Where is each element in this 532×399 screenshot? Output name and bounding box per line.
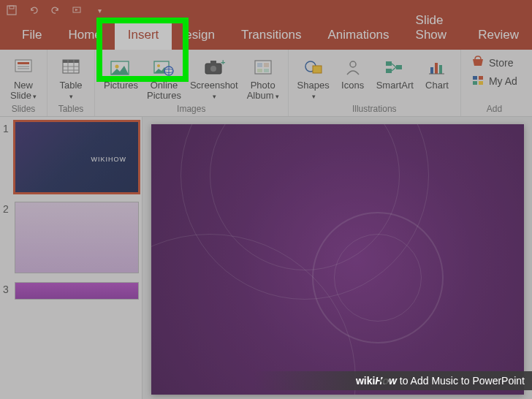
group-tables: Table▾ Tables bbox=[48, 50, 95, 116]
slide-editor[interactable] bbox=[142, 117, 532, 399]
icons-label: Icons bbox=[341, 80, 364, 91]
new-slide-button[interactable]: New Slide▾ bbox=[6, 53, 41, 104]
icons-button[interactable]: Icons bbox=[335, 53, 370, 104]
svg-rect-4 bbox=[18, 62, 29, 64]
photo-album-button[interactable]: Photo Album▾ bbox=[244, 53, 282, 104]
svg-text:+: + bbox=[221, 58, 225, 66]
new-slide-label: New Slide▾ bbox=[10, 80, 37, 102]
svg-rect-5 bbox=[18, 66, 29, 67]
chart-label: Chart bbox=[425, 80, 449, 91]
group-illustrations: Shapes▾ Icons SmartArt Chart Illustratio… bbox=[289, 50, 461, 116]
svg-rect-42 bbox=[479, 81, 483, 85]
tab-animations[interactable]: Animations bbox=[314, 20, 402, 50]
svg-rect-0 bbox=[7, 6, 16, 15]
main-slide bbox=[151, 124, 524, 395]
thumb-1[interactable]: 1 WIKIHOW bbox=[3, 121, 139, 193]
svg-rect-41 bbox=[473, 81, 477, 85]
photo-album-icon bbox=[251, 56, 275, 79]
svg-rect-27 bbox=[257, 69, 262, 72]
chart-button[interactable]: Chart bbox=[419, 53, 455, 104]
svg-rect-1 bbox=[10, 6, 14, 9]
thumb-preview-1: WIKIHOW bbox=[15, 121, 139, 193]
tab-transitions[interactable]: Transitions bbox=[228, 20, 315, 50]
svg-rect-34 bbox=[396, 65, 402, 69]
shapes-label: Shapes▾ bbox=[297, 80, 330, 102]
smartart-icon bbox=[383, 56, 406, 79]
screenshot-button[interactable]: + Screenshot▾ bbox=[187, 53, 241, 104]
svg-rect-26 bbox=[264, 63, 269, 67]
group-label-illustrations: Illustrations bbox=[352, 104, 397, 115]
svg-rect-40 bbox=[479, 76, 483, 80]
svg-rect-30 bbox=[313, 66, 322, 73]
thumb-preview-3 bbox=[15, 282, 139, 300]
thumb-num-2: 2 bbox=[3, 202, 15, 273]
undo-icon[interactable] bbox=[28, 4, 39, 16]
group-label-tables: Tables bbox=[58, 104, 84, 115]
qat-customize-icon[interactable]: ▾ bbox=[94, 4, 105, 16]
svg-point-31 bbox=[350, 61, 356, 67]
screenshot-icon: + bbox=[202, 56, 226, 79]
store-button[interactable]: Store bbox=[471, 56, 517, 69]
group-slides: New Slide▾ Slides bbox=[0, 50, 48, 116]
addins-icon bbox=[471, 74, 484, 88]
tab-slideshow[interactable]: Slide Show bbox=[403, 6, 466, 50]
group-label-addins: Add bbox=[487, 104, 502, 115]
shapes-icon bbox=[302, 56, 325, 79]
svg-rect-36 bbox=[435, 63, 438, 74]
smartart-button[interactable]: SmartArt bbox=[373, 53, 417, 104]
photo-album-label: Photo Album▾ bbox=[247, 80, 279, 102]
smartart-label: SmartArt bbox=[376, 80, 414, 91]
online-pictures-label: Online Pictures bbox=[147, 80, 181, 102]
thumb-1-title: WIKIHOW bbox=[91, 156, 127, 163]
store-label: Store bbox=[489, 57, 513, 69]
redo-icon[interactable] bbox=[50, 4, 61, 16]
svg-rect-32 bbox=[386, 61, 392, 66]
svg-rect-8 bbox=[63, 60, 79, 63]
thumb-num-1: 1 bbox=[3, 121, 15, 193]
insert-tab-highlight bbox=[96, 18, 189, 82]
my-addins-button[interactable]: My Ad bbox=[471, 74, 517, 88]
caption-arrow-icon bbox=[379, 375, 388, 387]
group-label-images: Images bbox=[177, 104, 205, 115]
thumb-num-3: 3 bbox=[3, 282, 15, 300]
tab-review[interactable]: Review bbox=[465, 20, 532, 50]
svg-rect-35 bbox=[430, 67, 433, 74]
ribbon: New Slide▾ Slides Table▾ Tables Pictures… bbox=[0, 50, 532, 117]
shapes-button[interactable]: Shapes▾ bbox=[294, 53, 332, 104]
content-area: 1 WIKIHOW 2 3 bbox=[0, 117, 532, 399]
table-label: Table▾ bbox=[59, 80, 82, 102]
slide-thumbnails: 1 WIKIHOW 2 3 bbox=[0, 117, 142, 399]
wikihow-caption: wikiHow to Add Music to PowerPoint bbox=[254, 371, 532, 390]
thumb-preview-2 bbox=[15, 202, 139, 273]
svg-rect-39 bbox=[473, 76, 477, 80]
svg-rect-21 bbox=[210, 61, 216, 64]
table-icon bbox=[59, 56, 83, 79]
screenshot-label: Screenshot▾ bbox=[190, 80, 238, 102]
table-button[interactable]: Table▾ bbox=[53, 53, 88, 104]
start-from-beginning-icon[interactable] bbox=[72, 4, 83, 16]
store-icon bbox=[471, 56, 484, 69]
svg-rect-33 bbox=[386, 69, 392, 73]
icons-icon bbox=[341, 56, 365, 79]
chart-icon bbox=[425, 56, 449, 79]
new-slide-icon bbox=[12, 56, 35, 79]
svg-rect-37 bbox=[439, 65, 442, 74]
thumb-2[interactable]: 2 bbox=[3, 202, 139, 273]
save-icon[interactable] bbox=[6, 4, 18, 16]
group-label-slides: Slides bbox=[12, 104, 36, 115]
svg-rect-6 bbox=[18, 68, 29, 69]
svg-rect-25 bbox=[257, 63, 262, 67]
pictures-label: Pictures bbox=[104, 80, 138, 91]
svg-point-22 bbox=[210, 66, 216, 72]
my-addins-label: My Ad bbox=[489, 75, 517, 87]
group-addins: Store My Ad Add bbox=[461, 50, 528, 116]
svg-rect-28 bbox=[264, 69, 269, 72]
tab-file[interactable]: File bbox=[9, 20, 55, 50]
thumb-3[interactable]: 3 bbox=[3, 282, 139, 300]
ribbon-tabs: File Home Insert esign Transitions Anima… bbox=[0, 20, 532, 50]
